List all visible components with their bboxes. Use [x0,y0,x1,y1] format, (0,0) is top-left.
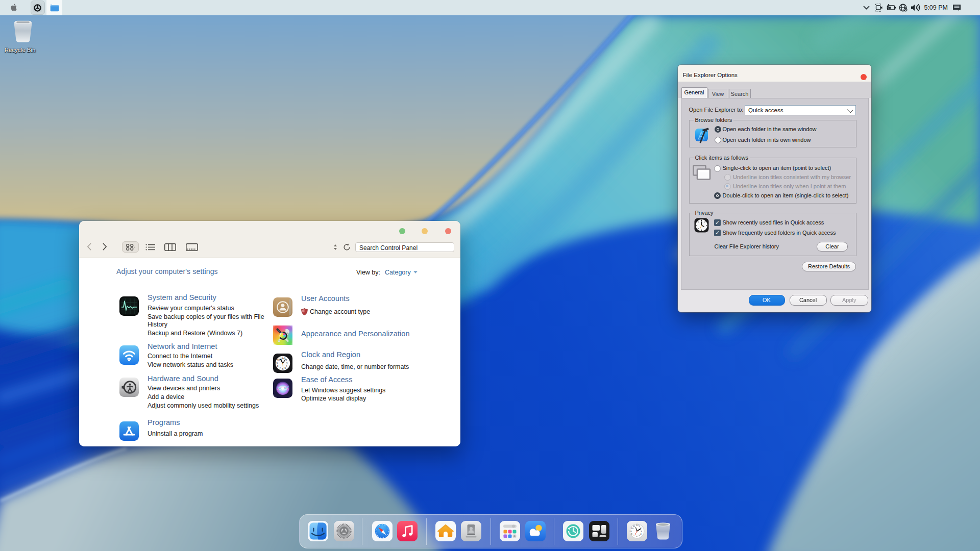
svg-text:2: 2 [286,359,287,362]
svg-text:6: 6 [282,368,284,370]
svg-text:11: 11 [633,525,635,528]
svg-text:5: 5 [284,367,286,369]
svg-text:7: 7 [280,367,281,369]
svg-text:8: 8 [277,365,279,367]
svg-text:4: 4 [286,365,287,367]
